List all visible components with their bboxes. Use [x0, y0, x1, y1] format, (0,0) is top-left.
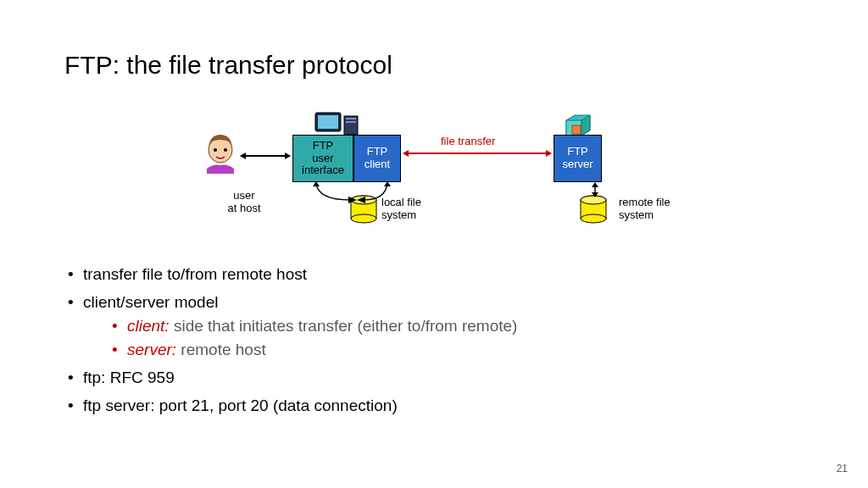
svg-marker-17 [348, 197, 357, 203]
bullet-item: ftp server: port 21, port 20 (data conne… [66, 396, 812, 415]
bullet-item: transfer file to/from remote host [66, 265, 812, 284]
user-at-host-label: userat host [219, 190, 270, 215]
bullet-text: transfer file to/from remote host [83, 265, 307, 283]
remote-file-system-label: remote filesystem [619, 197, 695, 222]
svg-marker-23 [592, 192, 598, 197]
file-transfer-label: file transfer [441, 135, 495, 147]
computer-icon [314, 111, 361, 136]
arrow-server-to-remote-disk [590, 182, 600, 197]
arrow-file-transfer [403, 152, 551, 154]
bullet-text: ftp server: port 21, port 20 (data conne… [83, 396, 398, 414]
sub-bullet-text: side that initiates transfer (either to/… [170, 317, 518, 335]
remote-disk-icon [579, 195, 608, 224]
server-tower-icon [565, 114, 592, 136]
svg-rect-6 [346, 118, 356, 119]
sub-bullet-item: client: side that initiates transfer (ei… [112, 317, 812, 336]
slide-title: FTP: the file transfer protocol [64, 51, 392, 80]
svg-marker-22 [592, 182, 598, 187]
bullet-text: client/server model [83, 293, 218, 311]
svg-point-2 [224, 148, 227, 152]
svg-rect-7 [346, 121, 356, 123]
ftp-server-box: FTPserver [554, 135, 602, 182]
svg-point-11 [351, 214, 376, 223]
local-file-system-label: local filesystem [381, 197, 449, 222]
bullet-item: ftp: RFC 959 [66, 369, 812, 387]
sub-bullet-text: remote host [176, 341, 266, 358]
ftp-diagram: FTPuserinterface FTPclient file transfer… [186, 110, 695, 246]
bullet-text: ftp: RFC 959 [83, 369, 175, 386]
svg-rect-8 [572, 125, 581, 134]
svg-marker-18 [313, 181, 320, 186]
ftp-client-box: FTPclient [353, 135, 401, 182]
svg-rect-4 [318, 115, 338, 129]
keyword-server: server: [127, 341, 176, 358]
user-person-icon [202, 131, 239, 174]
svg-marker-19 [357, 197, 365, 203]
svg-point-1 [214, 148, 217, 152]
bullet-list: transfer file to/from remote host client… [66, 265, 812, 424]
bullet-item: client/server model client: side that in… [66, 293, 812, 359]
sub-bullet-item: server: remote host [112, 341, 812, 359]
keyword-client: client: [127, 317, 170, 335]
svg-point-15 [581, 214, 606, 223]
ftp-user-interface-box: FTPuserinterface [292, 135, 353, 182]
page-number: 21 [837, 463, 848, 474]
svg-marker-20 [384, 181, 391, 186]
arrow-user-to-ui [241, 155, 290, 157]
